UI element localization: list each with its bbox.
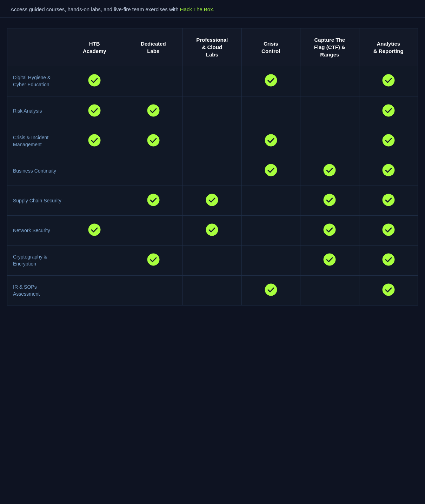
- corner-header: [7, 28, 65, 66]
- check-icon: [382, 104, 395, 117]
- svg-point-25: [383, 284, 394, 296]
- cell-1-5: [359, 96, 418, 126]
- table-row: Business Continuity: [7, 156, 418, 186]
- top-bar-text: Access guided courses, hands-on labs, an…: [11, 6, 180, 12]
- table-row: IR & SOPs Assessment: [7, 275, 418, 305]
- row-label-0: Digital Hygiene & Cyber Education: [7, 66, 65, 96]
- cell-4-3: [241, 186, 300, 216]
- cell-2-1: [124, 126, 183, 156]
- cell-3-3: [241, 156, 300, 186]
- cell-5-3: [241, 216, 300, 246]
- cell-3-5: [359, 156, 418, 186]
- check-icon: [206, 194, 218, 206]
- cell-7-5: [359, 275, 418, 305]
- check-icon: [323, 194, 336, 206]
- cell-0-4: [300, 66, 359, 96]
- cell-3-2: [183, 156, 242, 186]
- cell-2-3: [241, 126, 300, 156]
- svg-point-20: [383, 224, 394, 236]
- check-icon: [265, 74, 277, 87]
- col-header-crisis-control: CrisisControl: [241, 28, 300, 66]
- cell-0-2: [183, 66, 242, 96]
- cell-0-1: [124, 66, 183, 96]
- table-row: Risk Analysis: [7, 96, 418, 126]
- cell-4-2: [183, 186, 242, 216]
- check-icon: [88, 223, 101, 236]
- svg-point-10: [265, 164, 277, 176]
- cell-7-1: [124, 275, 183, 305]
- row-label-6: Cryptography & Encryption: [7, 246, 65, 276]
- cell-5-2: [183, 216, 242, 246]
- svg-point-24: [265, 284, 277, 296]
- col-header-ctf-ranges: Capture TheFlag (CTF) &Ranges: [300, 28, 359, 66]
- svg-point-21: [147, 254, 159, 266]
- row-label-5: Network Security: [7, 216, 65, 246]
- cell-5-4: [300, 216, 359, 246]
- check-icon: [382, 253, 395, 266]
- cell-0-0: [65, 66, 124, 96]
- col-header-analytics: Analytics& Reporting: [359, 28, 418, 66]
- svg-point-12: [383, 164, 394, 176]
- check-icon: [382, 283, 395, 296]
- cell-4-0: [65, 186, 124, 216]
- svg-point-4: [147, 105, 159, 116]
- cell-4-1: [124, 186, 183, 216]
- cell-0-5: [359, 66, 418, 96]
- svg-point-23: [383, 254, 394, 266]
- row-label-2: Crisis & Incident Management: [7, 126, 65, 156]
- svg-point-8: [265, 134, 277, 146]
- table-row: Cryptography & Encryption: [7, 246, 418, 276]
- table-row: Digital Hygiene & Cyber Education: [7, 66, 418, 96]
- check-icon: [147, 253, 160, 266]
- cell-1-2: [183, 96, 242, 126]
- col-header-professional-labs: Professional& CloudLabs: [183, 28, 242, 66]
- check-icon: [147, 194, 160, 206]
- cell-2-2: [183, 126, 242, 156]
- cell-4-5: [359, 186, 418, 216]
- htb-highlight: Hack The Box.: [180, 6, 214, 12]
- check-icon: [382, 164, 395, 176]
- cell-1-1: [124, 96, 183, 126]
- cell-4-4: [300, 186, 359, 216]
- cell-6-0: [65, 246, 124, 276]
- cell-6-4: [300, 246, 359, 276]
- cell-5-1: [124, 216, 183, 246]
- svg-point-15: [324, 194, 336, 206]
- check-icon: [323, 223, 336, 236]
- svg-point-16: [383, 194, 394, 206]
- col-header-htb-academy: HTBAcademy: [65, 28, 124, 66]
- check-icon: [382, 194, 395, 206]
- cell-1-0: [65, 96, 124, 126]
- cell-6-5: [359, 246, 418, 276]
- svg-point-2: [383, 74, 394, 86]
- cell-7-2: [183, 275, 242, 305]
- svg-point-1: [265, 74, 277, 86]
- svg-point-22: [324, 254, 336, 266]
- cell-6-3: [241, 246, 300, 276]
- cell-3-4: [300, 156, 359, 186]
- svg-point-19: [324, 224, 336, 236]
- check-icon: [265, 283, 277, 296]
- cell-7-0: [65, 275, 124, 305]
- top-bar: Access guided courses, hands-on labs, an…: [0, 0, 425, 18]
- cell-3-0: [65, 156, 124, 186]
- svg-point-9: [383, 134, 394, 146]
- cell-2-4: [300, 126, 359, 156]
- table-row: Crisis & Incident Management: [7, 126, 418, 156]
- cell-6-1: [124, 246, 183, 276]
- cell-1-3: [241, 96, 300, 126]
- check-icon: [382, 223, 395, 236]
- svg-point-17: [88, 224, 100, 236]
- table-row: Supply Chain Security: [7, 186, 418, 216]
- svg-point-13: [147, 194, 159, 206]
- cell-5-5: [359, 216, 418, 246]
- check-icon: [88, 104, 101, 117]
- svg-point-0: [88, 74, 100, 86]
- comparison-table-wrapper: HTBAcademyDedicatedLabsProfessional& Clo…: [0, 18, 425, 320]
- cell-7-4: [300, 275, 359, 305]
- col-header-dedicated-labs: DedicatedLabs: [124, 28, 183, 66]
- svg-point-5: [383, 105, 394, 116]
- table-row: Network Security: [7, 216, 418, 246]
- svg-point-11: [324, 164, 336, 176]
- check-icon: [323, 164, 336, 176]
